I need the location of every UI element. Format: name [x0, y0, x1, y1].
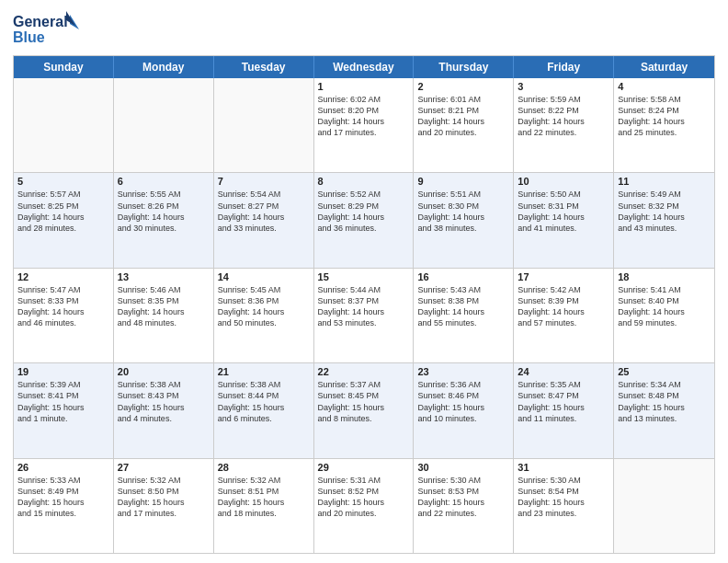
- day-info-28: Sunrise: 5:32 AM Sunset: 8:51 PM Dayligh…: [218, 475, 310, 520]
- day-info-30: Sunrise: 5:30 AM Sunset: 8:53 PM Dayligh…: [417, 475, 509, 520]
- day-number-19: 19: [17, 366, 109, 377]
- logo: General Blue: [13, 9, 79, 48]
- day-cell-23: 23Sunrise: 5:36 AM Sunset: 8:46 PM Dayli…: [414, 363, 514, 457]
- day-number-10: 10: [518, 176, 609, 187]
- empty-cell-r0-c1: [114, 78, 214, 172]
- day-number-28: 28: [218, 462, 310, 473]
- calendar-header: SundayMondayTuesdayWednesdayThursdayFrid…: [14, 56, 714, 78]
- empty-cell-r0-c0: [14, 78, 114, 172]
- weekday-sunday: Sunday: [14, 56, 114, 78]
- day-info-26: Sunrise: 5:33 AM Sunset: 8:49 PM Dayligh…: [17, 475, 109, 520]
- day-cell-5: 5Sunrise: 5:57 AM Sunset: 8:25 PM Daylig…: [14, 173, 114, 267]
- day-cell-21: 21Sunrise: 5:38 AM Sunset: 8:44 PM Dayli…: [214, 363, 314, 457]
- page: General Blue SundayMondayTuesdayWednesda…: [0, 0, 728, 563]
- empty-cell-r0-c2: [214, 78, 314, 172]
- day-cell-30: 30Sunrise: 5:30 AM Sunset: 8:53 PM Dayli…: [414, 459, 514, 553]
- day-cell-14: 14Sunrise: 5:45 AM Sunset: 8:36 PM Dayli…: [214, 269, 314, 362]
- weekday-monday: Monday: [114, 56, 214, 78]
- day-number-20: 20: [118, 366, 210, 377]
- day-cell-19: 19Sunrise: 5:39 AM Sunset: 8:41 PM Dayli…: [14, 363, 114, 457]
- day-info-12: Sunrise: 5:47 AM Sunset: 8:33 PM Dayligh…: [17, 284, 109, 329]
- day-info-16: Sunrise: 5:43 AM Sunset: 8:38 PM Dayligh…: [417, 284, 509, 329]
- day-cell-15: 15Sunrise: 5:44 AM Sunset: 8:37 PM Dayli…: [314, 269, 415, 362]
- svg-text:General: General: [13, 14, 68, 29]
- weekday-thursday: Thursday: [414, 56, 514, 78]
- day-number-31: 31: [518, 462, 609, 473]
- day-number-17: 17: [518, 271, 609, 282]
- weekday-tuesday: Tuesday: [214, 56, 314, 78]
- day-info-31: Sunrise: 5:30 AM Sunset: 8:54 PM Dayligh…: [518, 475, 609, 520]
- day-info-19: Sunrise: 5:39 AM Sunset: 8:41 PM Dayligh…: [17, 379, 109, 424]
- day-cell-4: 4Sunrise: 5:58 AM Sunset: 8:24 PM Daylig…: [614, 78, 714, 172]
- weekday-friday: Friday: [514, 56, 614, 78]
- day-cell-16: 16Sunrise: 5:43 AM Sunset: 8:38 PM Dayli…: [414, 269, 514, 362]
- svg-text:Blue: Blue: [13, 29, 45, 45]
- day-number-26: 26: [17, 462, 109, 473]
- day-number-24: 24: [518, 366, 609, 377]
- day-info-4: Sunrise: 5:58 AM Sunset: 8:24 PM Dayligh…: [618, 94, 711, 139]
- day-info-24: Sunrise: 5:35 AM Sunset: 8:47 PM Dayligh…: [518, 379, 609, 424]
- weekday-wednesday: Wednesday: [314, 56, 415, 78]
- day-cell-26: 26Sunrise: 5:33 AM Sunset: 8:49 PM Dayli…: [14, 459, 114, 553]
- calendar: SundayMondayTuesdayWednesdayThursdayFrid…: [13, 55, 715, 554]
- calendar-body: 1Sunrise: 6:02 AM Sunset: 8:20 PM Daylig…: [14, 78, 714, 553]
- day-number-16: 16: [417, 271, 509, 282]
- day-info-11: Sunrise: 5:49 AM Sunset: 8:32 PM Dayligh…: [618, 189, 711, 234]
- day-number-23: 23: [417, 366, 509, 377]
- day-number-5: 5: [17, 176, 109, 187]
- day-number-25: 25: [618, 366, 711, 377]
- day-info-5: Sunrise: 5:57 AM Sunset: 8:25 PM Dayligh…: [17, 189, 109, 234]
- empty-cell-r4-c6: [614, 459, 714, 553]
- day-number-9: 9: [417, 176, 509, 187]
- day-cell-27: 27Sunrise: 5:32 AM Sunset: 8:50 PM Dayli…: [114, 459, 214, 553]
- day-info-3: Sunrise: 5:59 AM Sunset: 8:22 PM Dayligh…: [518, 94, 609, 139]
- day-cell-9: 9Sunrise: 5:51 AM Sunset: 8:30 PM Daylig…: [414, 173, 514, 267]
- day-info-20: Sunrise: 5:38 AM Sunset: 8:43 PM Dayligh…: [118, 379, 210, 424]
- day-info-2: Sunrise: 6:01 AM Sunset: 8:21 PM Dayligh…: [417, 94, 509, 139]
- general-blue-logo-icon: General Blue: [13, 9, 79, 48]
- day-number-7: 7: [218, 176, 310, 187]
- day-info-23: Sunrise: 5:36 AM Sunset: 8:46 PM Dayligh…: [417, 379, 509, 424]
- day-number-22: 22: [318, 366, 410, 377]
- day-cell-2: 2Sunrise: 6:01 AM Sunset: 8:21 PM Daylig…: [414, 78, 514, 172]
- day-number-15: 15: [318, 271, 410, 282]
- weekday-saturday: Saturday: [614, 56, 714, 78]
- day-number-18: 18: [618, 271, 711, 282]
- day-number-13: 13: [118, 271, 210, 282]
- calendar-row-4: 19Sunrise: 5:39 AM Sunset: 8:41 PM Dayli…: [14, 362, 714, 457]
- day-info-22: Sunrise: 5:37 AM Sunset: 8:45 PM Dayligh…: [318, 379, 410, 424]
- day-cell-28: 28Sunrise: 5:32 AM Sunset: 8:51 PM Dayli…: [214, 459, 314, 553]
- calendar-row-2: 5Sunrise: 5:57 AM Sunset: 8:25 PM Daylig…: [14, 172, 714, 267]
- calendar-row-1: 1Sunrise: 6:02 AM Sunset: 8:20 PM Daylig…: [14, 78, 714, 172]
- day-number-11: 11: [618, 176, 711, 187]
- day-number-3: 3: [518, 81, 609, 92]
- day-info-13: Sunrise: 5:46 AM Sunset: 8:35 PM Dayligh…: [118, 284, 210, 329]
- day-cell-12: 12Sunrise: 5:47 AM Sunset: 8:33 PM Dayli…: [14, 269, 114, 362]
- day-info-7: Sunrise: 5:54 AM Sunset: 8:27 PM Dayligh…: [218, 189, 310, 234]
- day-cell-31: 31Sunrise: 5:30 AM Sunset: 8:54 PM Dayli…: [514, 459, 614, 553]
- day-number-1: 1: [318, 81, 410, 92]
- day-info-9: Sunrise: 5:51 AM Sunset: 8:30 PM Dayligh…: [417, 189, 509, 234]
- day-cell-20: 20Sunrise: 5:38 AM Sunset: 8:43 PM Dayli…: [114, 363, 214, 457]
- day-cell-3: 3Sunrise: 5:59 AM Sunset: 8:22 PM Daylig…: [514, 78, 614, 172]
- day-cell-25: 25Sunrise: 5:34 AM Sunset: 8:48 PM Dayli…: [614, 363, 714, 457]
- day-cell-18: 18Sunrise: 5:41 AM Sunset: 8:40 PM Dayli…: [614, 269, 714, 362]
- day-info-14: Sunrise: 5:45 AM Sunset: 8:36 PM Dayligh…: [218, 284, 310, 329]
- day-info-29: Sunrise: 5:31 AM Sunset: 8:52 PM Dayligh…: [318, 475, 410, 520]
- day-cell-10: 10Sunrise: 5:50 AM Sunset: 8:31 PM Dayli…: [514, 173, 614, 267]
- day-info-10: Sunrise: 5:50 AM Sunset: 8:31 PM Dayligh…: [518, 189, 609, 234]
- day-info-25: Sunrise: 5:34 AM Sunset: 8:48 PM Dayligh…: [618, 379, 711, 424]
- day-number-12: 12: [17, 271, 109, 282]
- day-cell-17: 17Sunrise: 5:42 AM Sunset: 8:39 PM Dayli…: [514, 269, 614, 362]
- day-number-27: 27: [118, 462, 210, 473]
- day-number-4: 4: [618, 81, 711, 92]
- day-number-8: 8: [318, 176, 410, 187]
- day-cell-7: 7Sunrise: 5:54 AM Sunset: 8:27 PM Daylig…: [214, 173, 314, 267]
- calendar-row-5: 26Sunrise: 5:33 AM Sunset: 8:49 PM Dayli…: [14, 458, 714, 553]
- day-info-8: Sunrise: 5:52 AM Sunset: 8:29 PM Dayligh…: [318, 189, 410, 234]
- day-number-30: 30: [417, 462, 509, 473]
- day-cell-13: 13Sunrise: 5:46 AM Sunset: 8:35 PM Dayli…: [114, 269, 214, 362]
- day-cell-6: 6Sunrise: 5:55 AM Sunset: 8:26 PM Daylig…: [114, 173, 214, 267]
- day-number-14: 14: [218, 271, 310, 282]
- day-info-17: Sunrise: 5:42 AM Sunset: 8:39 PM Dayligh…: [518, 284, 609, 329]
